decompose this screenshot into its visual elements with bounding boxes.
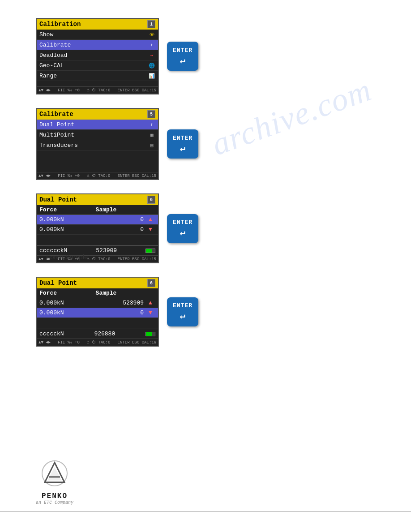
step3-green-bar-icon xyxy=(146,249,155,253)
step4-row2-icon: ▼ xyxy=(146,309,155,316)
step2-status-fi: FII %₀ +0 xyxy=(58,173,80,178)
step1-enter-label: ENTER xyxy=(173,47,193,54)
step4-row2-force: 0.000kN xyxy=(39,309,80,316)
logo-area: PENKO an ETC Company xyxy=(36,459,73,505)
step1-spacer xyxy=(37,81,158,86)
transducers-icon: ▤ xyxy=(148,142,155,149)
step4-row2[interactable]: 0.000kN 0 ▼ xyxy=(37,308,158,318)
step4-row1-force: 0.000kN xyxy=(39,300,80,306)
step4-status-bar: ▲▼ ◄► FII %₀ +0 ⚓ ⏱ TAC:0 ENTER ESC CAL:… xyxy=(37,339,158,346)
step4-status-time: ⚓ ⏱ TAC:0 xyxy=(87,340,110,345)
step4-status-cal: ENTER ESC CAL:16 xyxy=(118,340,156,345)
penko-logo-icon xyxy=(37,459,73,490)
step2-status-time: ⚓ ⏱ TAC:0 xyxy=(87,173,110,178)
step4-footer-force: ccccckN xyxy=(39,330,64,337)
step1-item-deadload-label: Deadload xyxy=(39,52,67,59)
range-icon: 📊 xyxy=(148,72,155,79)
step1-item-range-label: Range xyxy=(39,73,57,79)
step4-title: Dual Point xyxy=(39,279,77,287)
step3-row2-sample: 0 xyxy=(80,226,146,233)
step2-item-multipoint-label: MultiPoint xyxy=(39,132,74,138)
step3-title-icon: 6 xyxy=(147,196,155,204)
step3-footer-sample: 523909 xyxy=(96,247,117,254)
step1-status-fi: FII %₀ +0 xyxy=(58,88,80,93)
step2-enter-arrow-icon: ↵ xyxy=(180,142,185,154)
step1-item-geocal-label: Geo-CAL xyxy=(39,62,64,69)
step3-row2-icon: ▼ xyxy=(146,226,155,233)
step3-row2[interactable]: 0.000kN 0 ▼ xyxy=(37,225,158,235)
step2-row: Calibrate 5 Dual Point ⬆ MultiPoint ▦ Tr… xyxy=(36,108,198,180)
force-sample-label: Force Sample xyxy=(46,253,88,261)
step2-title: Calibrate xyxy=(39,111,73,118)
step4-row1[interactable]: 0.000kN 523909 ▲ xyxy=(37,298,158,308)
step1-item-geocal[interactable]: Geo-CAL 🌐 xyxy=(37,60,158,71)
step2-item-transducers-label: Transducers xyxy=(39,142,78,149)
penko-logo-text: PENKO xyxy=(42,492,68,500)
step1-item-deadload[interactable]: Deadload ⇥ xyxy=(37,50,158,60)
step4-title-icon: 6 xyxy=(147,279,155,287)
step4-row: Dual Point 6 Force Sample 0.000kN 523909… xyxy=(36,277,198,347)
step3-spacer xyxy=(37,235,158,245)
step4-title-bar: Dual Point 6 xyxy=(37,278,158,288)
deadload-icon: ⇥ xyxy=(148,51,155,59)
step1-item-range[interactable]: Range 📊 xyxy=(37,71,158,81)
step3-row1[interactable]: 0.000kN 0 ▲ xyxy=(37,215,158,225)
step1-item-show[interactable]: Show 👁 xyxy=(37,30,158,40)
bottom-line xyxy=(0,511,411,512)
step2-enter-label: ENTER xyxy=(173,135,193,142)
step3-row1-icon: ▲ xyxy=(146,216,155,223)
step3-status-cal: ENTER ESC CAL:15 xyxy=(118,257,156,262)
eye-icon: 👁 xyxy=(148,31,155,38)
step4-screen: Dual Point 6 Force Sample 0.000kN 523909… xyxy=(36,277,159,347)
step1-screen: Calibration 1 Show 👁 Calibrate ⬆ Deadloa… xyxy=(36,18,159,94)
dualpoint-icon: ⬆ xyxy=(148,121,155,128)
step1-item-show-label: Show xyxy=(39,31,53,38)
step3-title: Dual Point xyxy=(39,196,77,203)
step2-spacer2 xyxy=(37,167,158,172)
step2-item-dualpoint-label: Dual Point xyxy=(39,121,74,128)
step1-status-bar: ▲▼ ◄► FII %₀ +0 ⚓ ⏱ TAC:0 ENTER ESC CAL:… xyxy=(37,86,158,94)
step1-status-nav: ▲▼ ◄► xyxy=(39,88,51,93)
step1-row: Calibration 1 Show 👁 Calibrate ⬆ Deadloa… xyxy=(36,18,198,94)
step4-row1-icon: ▲ xyxy=(146,300,155,306)
step4-enter-arrow-icon: ↵ xyxy=(180,310,185,321)
step4-col-force-label: Force xyxy=(39,290,57,296)
step1-status-cal: ENTER ESC CAL:15 xyxy=(118,88,156,93)
step4-enter-button[interactable]: ENTER ↵ xyxy=(167,297,198,326)
step2-item-dualpoint[interactable]: Dual Point ⬆ xyxy=(37,120,158,130)
step2-item-transducers[interactable]: Transducers ▤ xyxy=(37,140,158,150)
step1-item-calibrate[interactable]: Calibrate ⬆ xyxy=(37,40,158,50)
step2-item-multipoint[interactable]: MultiPoint ▦ xyxy=(37,130,158,140)
penko-logo-subtext: an ETC Company xyxy=(36,500,73,505)
step1-title-bar: Calibration 1 xyxy=(37,19,158,30)
step2-status-cal: ENTER ESC CAL:15 xyxy=(118,174,156,178)
step4-footer: ccccckN 926880 xyxy=(37,329,158,339)
step4-status-fi: FII %₀ +0 xyxy=(58,340,80,345)
step3-status-time: ⚓ ⏱ TAC:0 xyxy=(87,257,110,262)
step1-status-enter-esc: ⚓ ⏱ TAC:0 xyxy=(87,88,110,93)
step3-enter-arrow-icon: ↵ xyxy=(180,227,185,238)
step2-spacer1 xyxy=(37,150,158,167)
step3-enter-button[interactable]: ENTER ↵ xyxy=(167,214,198,243)
step4-enter-label: ENTER xyxy=(173,302,193,309)
step2-status-bar: ▲▼ ◄► FII %₀ +0 ⚓ ⏱ TAC:0 ENTER ESC CAL:… xyxy=(37,172,158,179)
step3-enter-label: ENTER xyxy=(173,219,193,226)
step2-enter-button[interactable]: ENTER ↵ xyxy=(167,129,198,159)
step3-col-force-label: Force xyxy=(39,206,57,213)
step1-enter-button[interactable]: ENTER ↵ xyxy=(167,42,198,71)
step3-col-sample-label: Sample xyxy=(96,206,117,213)
step2-title-icon: 5 xyxy=(147,110,155,118)
step3-col-header: Force Sample xyxy=(37,205,158,215)
calibrate-icon: ⬆ xyxy=(148,41,155,48)
step1-enter-arrow-icon: ↵ xyxy=(180,55,185,66)
step3-row1-sample: 0 xyxy=(80,216,146,223)
step1-title: Calibration xyxy=(39,21,81,28)
step2-title-bar: Calibrate 5 xyxy=(37,109,158,120)
globe-icon: 🌐 xyxy=(148,62,155,69)
step1-item-calibrate-label: Calibrate xyxy=(39,42,71,48)
step3-row2-force: 0.000kN xyxy=(39,226,80,233)
step2-screen: Calibrate 5 Dual Point ⬆ MultiPoint ▦ Tr… xyxy=(36,108,159,180)
step2-status-nav: ▲▼ ◄► xyxy=(39,174,51,178)
step3-title-bar: Dual Point 6 xyxy=(37,194,158,205)
multipoint-icon: ▦ xyxy=(148,131,155,138)
